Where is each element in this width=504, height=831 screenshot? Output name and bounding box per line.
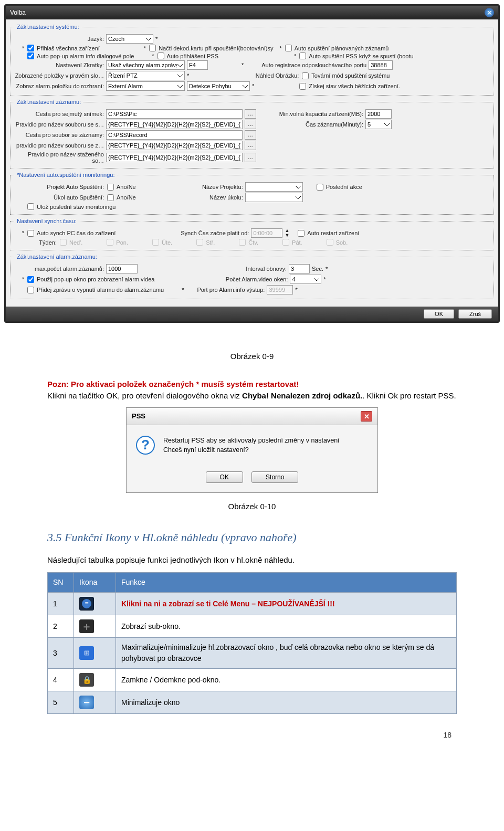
ziskejStav-checkbox[interactable] (299, 83, 306, 90)
alarm-settings-group: Zákl.nastavení alarm.záznamu: max.počet … (10, 254, 494, 299)
browse-button[interactable]: … (245, 153, 256, 162)
pravidloStaz-input[interactable] (106, 153, 243, 162)
pat-label: Pát. (292, 239, 302, 246)
ok-button[interactable]: OK (424, 309, 454, 319)
autoRegistrace-label: Auto registrace odposlouchávacího portu (261, 62, 366, 68)
portAlarm-label: Port pro Alarm.info výstup: (186, 287, 265, 293)
intervalObnovy-label: Interval obnovy: (140, 266, 287, 272)
pravidloNazev-input[interactable] (106, 120, 243, 129)
sn-cell: 2 (48, 615, 74, 638)
prihlasVsechna-checkbox[interactable] (27, 45, 34, 51)
funkce-cell: Maximalizuje/minimalizuje hl.zobrazovací… (116, 638, 457, 669)
autoRestart-checkbox[interactable] (298, 230, 304, 237)
ned-checkbox (60, 239, 67, 246)
tovarniMod-label: Tovární mód spuštění systému (311, 72, 390, 79)
jazyk-select[interactable]: Czech (106, 34, 153, 44)
pocetAlarm-select[interactable]: 4 (290, 275, 321, 284)
function-table: SN Ikona Funkce 1 ≡ Klikni na ni a zobra… (47, 572, 457, 714)
posledniAkce-label: Poslední akce (326, 184, 362, 190)
plus-icon: ＋ (79, 619, 94, 633)
table-row: 1 ≡ Klikni na ni a zobrazí se ti Celé Me… (48, 593, 457, 615)
externiAlarm-select[interactable]: Externí Alarm (106, 81, 185, 91)
autoSpusteniBoot-checkbox[interactable] (299, 52, 306, 59)
projektAuto-checkbox[interactable] (107, 184, 114, 191)
nactiDekod-label: Načti dekod.kartu při spouštění(bootován… (159, 45, 273, 51)
lock-icon: 🔒 (79, 673, 94, 687)
f4-input[interactable] (187, 60, 208, 70)
alarm-legend: Zákl.nastavení alarm.záznamu: (15, 254, 99, 260)
portAlarm-input (267, 285, 293, 294)
star-icon: * (242, 62, 244, 68)
system-settings-group: Zákl.nastavení systému: Jazyk: Czech * *… (10, 24, 494, 96)
ute-label: Úte. (162, 239, 172, 246)
port-input[interactable] (369, 60, 393, 70)
ulozPosledni-checkbox[interactable] (27, 203, 34, 210)
browse-button[interactable]: … (245, 141, 256, 150)
section-heading: 3.5 Funkční Ikony v Hl.okně náhledu (vpr… (47, 529, 457, 546)
browse-button[interactable]: … (245, 130, 256, 140)
zrus-button[interactable]: Zruš (458, 309, 492, 319)
star-icon: * (15, 45, 24, 51)
funkce-cell: Zamkne / Odemkne pod-okno. (116, 669, 457, 691)
browse-button[interactable]: … (245, 109, 256, 119)
caption-2: Obrázek 0-10 (47, 501, 457, 513)
nazevProjektu-select[interactable] (245, 182, 303, 192)
cestaZaznamy-input[interactable] (106, 130, 243, 140)
icon-cell: 🔒 (74, 669, 116, 691)
ziskejStav-label: Získej stav všech běžících zařízení. (309, 83, 400, 89)
pravidloZ-input[interactable] (106, 141, 243, 150)
star-icon: * (15, 230, 24, 236)
autoSynch-checkbox[interactable] (27, 230, 34, 237)
autoPopup-checkbox[interactable] (27, 52, 34, 59)
pravidloZ-label: pravidlo pro název souboru se z… (15, 142, 104, 149)
funkce-cell: Klikni na ni a zobrazí se ti Celé Menu –… (116, 593, 457, 615)
cestaSnimek-input[interactable] (106, 109, 243, 119)
posledniAkce-checkbox[interactable] (317, 184, 323, 191)
anone-label: Ano/Ne (117, 184, 136, 190)
star-icon: * (155, 36, 158, 42)
nactiDekod-checkbox[interactable] (149, 45, 156, 51)
close-icon[interactable]: ✕ (485, 8, 494, 17)
zkratky-select[interactable]: Ukaž všechny alarm.zprávy (106, 60, 185, 70)
maxPocet-label: max.počet alarm.záznamů: (15, 266, 104, 272)
sn-cell: 4 (48, 669, 74, 691)
question-icon: ? (136, 436, 155, 455)
rizeniPTZ-select[interactable]: Řízení PTZ (106, 71, 185, 80)
close-icon[interactable]: ✕ (361, 411, 372, 422)
minVolna-input[interactable] (365, 109, 392, 119)
zobrazAlarm-label: Zobraz alarm.položku do rozhraní: (15, 83, 104, 89)
note-paragraph: Klikni na tlačítko OK, pro otevření dial… (47, 390, 457, 402)
casZaznamu-select[interactable]: 5 (365, 120, 392, 129)
spinner-icon[interactable]: ▲▼ (285, 228, 289, 238)
restart-note: Pozn: Pro aktivaci položek označených * … (47, 378, 457, 391)
titlebar: Volba ✕ (6, 6, 498, 19)
autoPrihlaseni-checkbox[interactable] (158, 52, 164, 59)
table-row: 2 ＋ Zobrazí sub-okno. (48, 615, 457, 638)
msgbox-titlebar: PSS ✕ (127, 408, 377, 425)
browse-button[interactable]: … (245, 120, 256, 129)
funkce-cell: Zobrazí sub-okno. (116, 615, 457, 638)
record-settings-group: Zákl.nastavení záznamu: Cesta pro sejmut… (10, 99, 494, 169)
pat-checkbox (282, 239, 289, 246)
intervalObnovy-input[interactable] (289, 264, 310, 274)
anone-label2: Ano/Ne (117, 194, 136, 201)
pridejZpravu-checkbox[interactable] (27, 287, 34, 293)
maxPocet-input[interactable] (106, 264, 138, 274)
pocetAlarm-label: Počet Alarm.video oken: (156, 276, 288, 282)
nazevUkolu-select[interactable] (245, 193, 303, 202)
table-row: 5 − Minimalizuje okno (48, 691, 457, 714)
pouzijPopup-checkbox[interactable] (27, 276, 34, 283)
autoSpusteniPlan-checkbox[interactable] (285, 45, 292, 51)
msgbox-storno-button[interactable]: Storno (251, 471, 298, 483)
msgbox-ok-button[interactable]: OK (206, 471, 243, 483)
table-row: 3 ⊞ Maximalizuje/minimalizuje hl.zobrazo… (48, 638, 457, 669)
sn-cell: 3 (48, 638, 74, 669)
pouzijPopup-label: Použij pop-up okno pro zobrazení alarm.v… (37, 276, 154, 282)
detekcePohybu-select[interactable]: Detekce Pohybu (187, 81, 250, 91)
record-legend: Zákl.nastavení záznamu: (15, 99, 83, 105)
nahledObrazku-label: Náhled Obrázku: (191, 72, 299, 79)
tovarniMod-checkbox[interactable] (302, 72, 309, 79)
icon-cell: ≡ (74, 593, 116, 615)
ukolAuto-checkbox[interactable] (107, 194, 114, 201)
zkratky-label: Nastavení Zkratky: (15, 62, 104, 68)
